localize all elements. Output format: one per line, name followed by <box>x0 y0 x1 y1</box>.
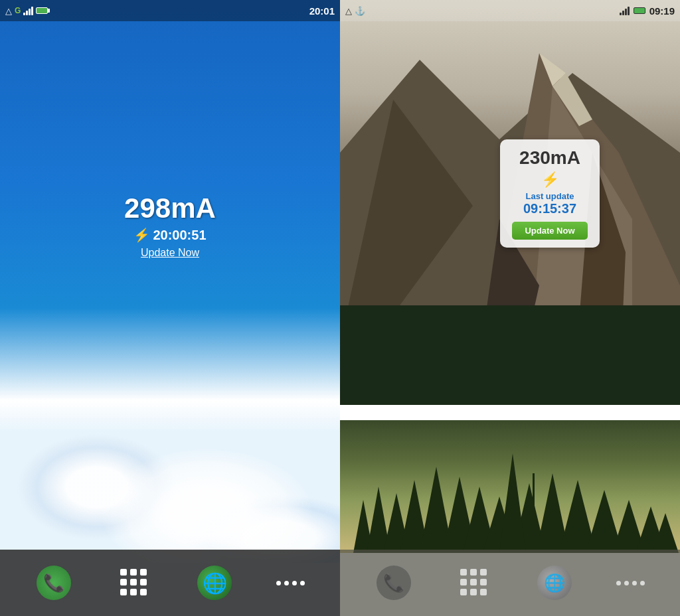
update-now-button-right[interactable]: Update Now <box>512 222 588 240</box>
globe-button-right[interactable]: 🌐 <box>536 564 573 601</box>
trees-svg <box>340 420 680 553</box>
right-status-icons: △ ⚓ <box>345 6 365 16</box>
dot <box>284 581 289 585</box>
phone-button-left[interactable]: 📞 <box>35 564 72 601</box>
dock-right: 📞 🌐 <box>340 550 680 616</box>
dot <box>292 581 297 585</box>
lightning-icon-right: ⚡ <box>512 171 588 189</box>
grid-dot-r <box>470 589 477 595</box>
globe-icon-left[interactable]: 🌐 <box>197 566 232 600</box>
statusbar-left: △ G 20:01 <box>0 0 340 21</box>
grid-dot <box>130 579 137 585</box>
signal-icon-right <box>620 7 630 15</box>
left-status-icons: △ G <box>5 6 48 16</box>
svg-rect-25 <box>533 473 535 553</box>
cloud-left <box>0 311 340 563</box>
widget-left: 298mA ⚡ 20:00:51 Update Now <box>124 193 216 259</box>
phone-icon-right[interactable]: 📞 <box>377 566 411 600</box>
more-dots-left[interactable] <box>276 581 305 585</box>
update-now-left[interactable]: Update Now <box>124 247 216 259</box>
dot-r <box>616 581 621 585</box>
grid-dot <box>140 589 147 595</box>
usb-icon-right: ⚓ <box>355 6 365 16</box>
battery-icon-right <box>634 7 645 14</box>
grid-dot <box>120 579 127 585</box>
grid-dot <box>130 569 137 576</box>
more-dots-right[interactable] <box>616 581 645 585</box>
statusbar-right: △ ⚓ 09:19 <box>340 0 680 21</box>
phone-left: △ G 20:01 298mA ⚡ 20:00:51 Update Now 📞 <box>0 0 340 616</box>
grid-dot-r <box>470 569 477 576</box>
grid-dot-r <box>460 589 467 595</box>
svg-rect-8 <box>340 305 680 405</box>
grid-icon-left[interactable] <box>120 569 148 597</box>
dot-r <box>632 581 637 585</box>
grid-dot-r <box>460 579 467 585</box>
grid-dot-r <box>480 579 487 585</box>
dot-r <box>640 581 645 585</box>
timestamp-right: 09:15:37 <box>512 201 588 216</box>
time-display-right: 09:19 <box>649 5 675 17</box>
grid-dot-r <box>470 579 477 585</box>
grid-dot-r <box>460 569 467 576</box>
dot <box>300 581 305 585</box>
last-update-label: Last update <box>512 191 588 201</box>
signal-icon <box>23 7 33 15</box>
g-network-icon: G <box>15 6 21 15</box>
dot-r <box>624 581 629 585</box>
grid-dot <box>140 579 147 585</box>
android-icon: △ <box>5 6 12 16</box>
svg-marker-24 <box>499 453 526 553</box>
grid-dot <box>130 589 137 595</box>
grid-dot <box>120 569 127 576</box>
timestamp-left: ⚡ 20:00:51 <box>124 227 216 243</box>
phone-icon-left[interactable]: 📞 <box>37 566 71 600</box>
right-status-right-group: 09:19 <box>620 5 675 17</box>
android-icon-right: △ <box>345 6 352 16</box>
mA-value-left: 298mA <box>124 193 216 224</box>
grid-button-right[interactable] <box>456 564 493 601</box>
phone-button-right[interactable]: 📞 <box>375 564 412 601</box>
time-value-left: 20:00:51 <box>153 228 206 243</box>
widget-right: 230mA ⚡ Last update 09:15:37 Update Now <box>500 139 600 248</box>
globe-button-left[interactable]: 🌐 <box>196 564 233 601</box>
globe-icon-right[interactable]: 🌐 <box>537 566 572 600</box>
battery-icon <box>36 7 48 14</box>
grid-dot-r <box>480 569 487 576</box>
dock-left: 📞 🌐 <box>0 550 340 616</box>
grid-dot <box>120 589 127 595</box>
grid-icon-right[interactable] <box>460 569 488 597</box>
grid-dot-r <box>480 589 487 595</box>
mA-value-right: 230mA <box>512 147 588 169</box>
phone-right: △ ⚓ 09:19 230mA ⚡ Last update 09:15:37 U… <box>340 0 680 616</box>
grid-dot <box>140 569 147 576</box>
lightning-icon-left: ⚡ <box>133 227 150 243</box>
time-display-left: 20:01 <box>309 5 335 17</box>
dot <box>276 581 281 585</box>
grid-button-left[interactable] <box>116 564 153 601</box>
